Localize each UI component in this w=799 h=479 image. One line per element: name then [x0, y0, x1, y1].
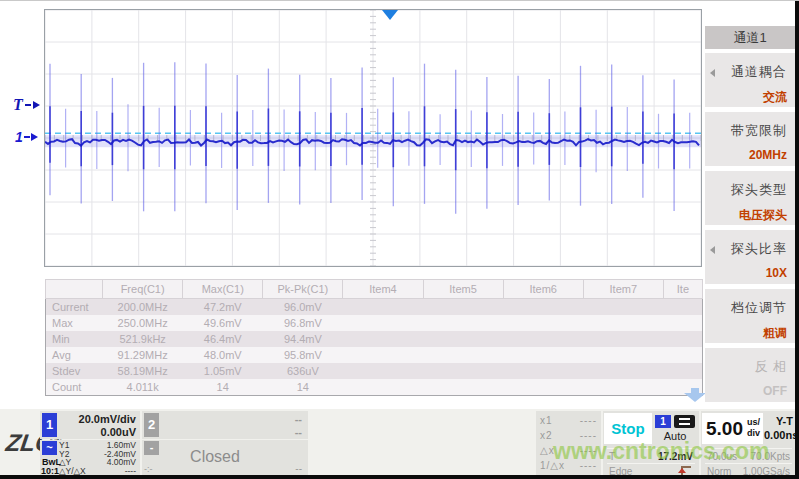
sidebar-items: 通道耦合交流带宽限制20MHz探头类型电压探头探头比率10X档位调节粗调反 相O… — [705, 53, 795, 402]
sidebar-item-label: 反 相 — [705, 358, 787, 376]
trigger-level-marker[interactable]: T — [13, 96, 40, 114]
sidebar-item-channel-coupling[interactable]: 通道耦合交流 — [705, 53, 795, 107]
measurement-cell — [503, 363, 583, 379]
channel1-position-marker[interactable]: 1 — [15, 129, 38, 145]
cursor-readout-row-label: x2 — [540, 428, 553, 443]
measurement-cell — [343, 347, 423, 363]
measurement-cell — [583, 347, 663, 363]
channel1-arrow-icon — [31, 133, 38, 141]
measurement-cell: 521.9kHz — [103, 331, 183, 347]
trigger-coupling-dc-icon — [674, 415, 695, 428]
trigger-source-badge: 1 — [655, 415, 671, 428]
oscilloscope-screen: T 1 Freq(C1)Max(C1)Pk-Pk(C1)Item4Item5It… — [0, 0, 799, 479]
measurement-cell — [423, 331, 503, 347]
ch1-scale-block[interactable]: 1 20.0mV/div 0.00uV — [40, 411, 140, 439]
scroll-down-arrow-icon[interactable] — [684, 388, 706, 402]
sidebar-item-value: 电压探头 — [705, 207, 787, 224]
ch1-cursor-readouts: Y11.60mVY2-2.40mV△Y4.00mV△Y/△X---- — [59, 441, 136, 475]
measurement-cell: 94.4mV — [263, 331, 343, 347]
measurement-cell: 91.29MHz — [103, 347, 183, 363]
measurement-cell — [343, 363, 423, 379]
display-mode: Y-T — [764, 415, 793, 427]
screen-bottom-border — [0, 475, 799, 479]
measurement-column-header: Item4 — [343, 280, 423, 299]
sidebar-item-value: 粗调 — [705, 325, 787, 342]
ch1-cursor-block: ~ BwL 10:1 Y11.60mVY2-2.40mV△Y4.00mV△Y/△… — [40, 440, 140, 476]
measurement-cell: 250.0MHz — [103, 315, 183, 331]
measurement-cell — [663, 299, 702, 316]
measurement-cell — [583, 331, 663, 347]
sidebar-item-value: OFF — [705, 384, 787, 398]
sidebar-title: 通道1 — [705, 26, 795, 49]
measurement-cell — [423, 363, 503, 379]
measurement-cell — [343, 299, 423, 316]
measurement-row-count: Count4.011k1414 — [46, 379, 703, 396]
cursor-readout-row-value: ---- — [580, 413, 597, 428]
measurement-cell — [583, 315, 663, 331]
measurement-row-label: Min — [46, 331, 103, 347]
measurement-cell: 4.011k — [103, 379, 183, 396]
measurement-cell — [503, 315, 583, 331]
measurement-header-row: Freq(C1)Max(C1)Pk-Pk(C1)Item4Item5Item6I… — [46, 280, 703, 299]
waveform-display — [44, 9, 702, 267]
measurement-cell — [503, 347, 583, 363]
measurement-column-header: Ite — [663, 280, 702, 299]
channel1-marker-label: 1 — [15, 129, 23, 145]
sidebar-item-value: 10X — [705, 266, 787, 280]
measurement-cell — [663, 363, 702, 379]
measurement-cell — [423, 315, 503, 331]
measurement-cell — [503, 379, 583, 396]
measurement-row-label: Count — [46, 379, 103, 396]
measurement-cell — [583, 363, 663, 379]
trigger-position-marker-icon[interactable] — [382, 10, 398, 20]
measurement-cell: 48.0mV — [183, 347, 263, 363]
measurement-cell — [663, 331, 702, 347]
trigger-level-label: T — [13, 96, 23, 114]
measurement-row-label: Current — [46, 299, 103, 316]
sidebar-item-probe-type[interactable]: 探头类型电压探头 — [705, 171, 795, 225]
ch2-value: -- — [295, 463, 302, 474]
waveform-trace-svg — [45, 10, 701, 266]
measurement-cell: 96.0mV — [263, 299, 343, 316]
ch1-cursor-row-value: ---- — [125, 467, 136, 476]
sidebar-item-value: 20MHz — [705, 148, 787, 162]
ch2-scale-block[interactable]: 2 -- -- — [142, 411, 308, 439]
measurement-cell: 636uV — [263, 363, 343, 379]
measurement-cell: 58.19MHz — [103, 363, 183, 379]
sidebar-item-bandwidth-limit[interactable]: 带宽限制20MHz — [705, 112, 795, 166]
measurement-row-current: Current200.0MHz47.2mV96.0mV — [46, 299, 703, 316]
measurement-column-header: Freq(C1) — [103, 280, 183, 299]
measurement-column-header: Item7 — [583, 280, 663, 299]
measurement-cell: 200.0MHz — [103, 299, 183, 316]
measurement-row-stdev: Stdev58.19MHz1.05mV636uV — [46, 363, 703, 379]
measurement-row-label: Stdev — [46, 363, 103, 379]
sidebar-item-probe-ratio[interactable]: 探头比率10X — [705, 230, 795, 284]
sidebar-item-label: 探头比率 — [705, 240, 787, 258]
ch1-cursor-row-label: △Y/△X — [59, 467, 86, 476]
measurement-cell — [343, 379, 423, 396]
ch2-ratio: -:- — [144, 464, 153, 474]
channel-menu-sidebar: 通道1 通道耦合交流带宽限制20MHz探头类型电压探头探头比率10X档位调节粗调… — [705, 1, 795, 409]
ch1-volts-per-div: 20.0mV/div — [79, 413, 136, 425]
trigger-arrow-stem — [25, 104, 31, 106]
measurement-column-header: Item5 — [423, 280, 503, 299]
ch2-offset: -- — [295, 426, 302, 438]
measurement-cell: 14 — [183, 379, 263, 396]
measurement-cell — [583, 299, 663, 316]
measurement-cell — [583, 379, 663, 396]
measurement-cell: 14 — [263, 379, 343, 396]
measurement-cell — [423, 299, 503, 316]
watermark: www.cntronics.com — [553, 438, 769, 465]
measurement-row-label: Avg — [46, 347, 103, 363]
measurement-column-header: Item6 — [503, 280, 583, 299]
sidebar-item-gear-adjust[interactable]: 档位调节粗调 — [705, 289, 795, 343]
measurement-row-max: Max250.0MHz49.6mV96.8mV — [46, 315, 703, 331]
measurement-cell — [343, 315, 423, 331]
ch2-badge: 2 — [144, 413, 159, 437]
measurement-cell: 96.8mV — [263, 315, 343, 331]
screen-right-border — [795, 1, 799, 479]
ch1-cursor-row: △Y/△X---- — [59, 467, 136, 476]
sidebar-item-invert: 反 相OFF — [705, 348, 795, 402]
measurement-cell: 95.8mV — [263, 347, 343, 363]
ch1-badge: 1 — [42, 413, 57, 437]
